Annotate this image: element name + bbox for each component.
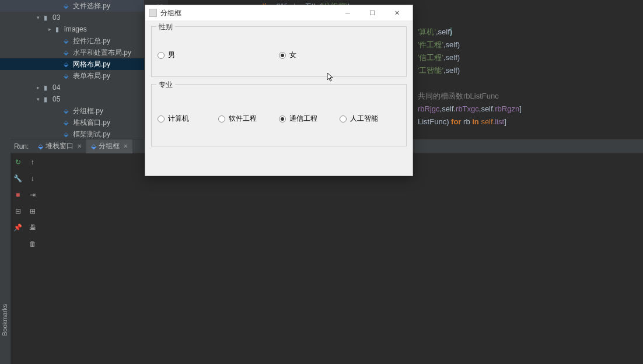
tree-item-label: 水平和处置布局.py [73,48,131,58]
tree-item-label: 05 [53,95,60,103]
groupbox-major-title: 专业 [156,80,175,90]
close-icon[interactable]: ✕ [123,143,128,149]
trash-icon[interactable]: 🗑 [27,239,38,249]
chevron-icon[interactable]: ▸ [47,26,53,32]
folder-icon: ▮ [41,13,50,22]
tree-item-label: 表单布局.py [73,71,110,81]
radio-label: 女 [289,50,296,60]
close-button[interactable]: ✕ [385,5,409,20]
radio-icon [340,116,347,123]
tree-item-label: 分组框.py [73,106,103,116]
run-tab[interactable]: ⬙分组框✕ [86,139,132,153]
python-file-icon: ⬙ [61,2,71,10]
python-file-icon: ⬙ [61,107,71,115]
up-icon[interactable]: ↑ [27,157,38,167]
tree-item[interactable]: ⬙分组框.py [0,105,144,117]
rerun-icon[interactable]: ↻ [13,157,23,167]
minimize-button[interactable]: ─ [336,5,360,20]
dialog-titlebar[interactable]: 分组框 ─ ☐ ✕ [145,5,413,20]
folder-icon: ▮ [53,25,62,33]
radio-option[interactable]: 女 [279,50,400,60]
radio-option[interactable]: 男 [158,50,279,60]
tree-item-label: 04 [53,83,60,92]
tree-item-label: 03 [53,13,60,22]
tree-item-label: 堆栈窗口.py [73,118,110,128]
python-file-icon: ⬙ [91,142,96,150]
close-icon[interactable]: ✕ [77,143,82,149]
qt-dialog: 分组框 ─ ☐ ✕ 性别 男女 专业 计算机软件工程通信工程人工智能 [145,5,413,176]
tree-item[interactable]: ▸▮04 [0,82,144,93]
tree-item[interactable]: ⬙网格布局.py [0,58,144,70]
tree-item[interactable]: ⬙表单布局.py [0,70,144,82]
run-label: Run: [14,142,29,150]
print-icon[interactable]: 🖶 [27,222,38,233]
radio-icon [158,116,165,123]
radio-label: 软件工程 [229,114,257,124]
chevron-icon[interactable]: ▾ [35,15,41,20]
tree-item[interactable]: ⬙堆栈窗口.py [0,117,144,128]
radio-label: 通信工程 [289,114,317,124]
tree-item[interactable]: ▸▮images [0,23,144,35]
tree-item-label: 文件选择.py [73,1,110,11]
chevron-icon[interactable]: ▾ [35,96,41,102]
maximize-button[interactable]: ☐ [360,5,385,20]
toggle-icon[interactable]: ⊞ [27,206,38,216]
radio-option[interactable]: 人工智能 [340,114,400,124]
layout-icon[interactable]: ⊟ [13,206,23,216]
run-tab-label: 分组框 [99,141,120,151]
down-icon[interactable]: ↓ [27,173,38,184]
run-tab-label: 堆栈窗口 [46,141,74,151]
python-file-icon: ⬙ [61,130,71,138]
radio-option[interactable]: 软件工程 [218,114,279,124]
radio-option[interactable]: 通信工程 [279,114,340,124]
tree-item[interactable]: ▾▮03 [0,12,144,23]
radio-icon [218,116,225,123]
python-file-icon: ⬙ [61,48,71,57]
tree-item[interactable]: ⬙框架测试.py [0,128,144,140]
folder-icon: ▮ [41,95,50,103]
radio-label: 计算机 [168,114,189,124]
tree-item[interactable]: ▾▮05 [0,93,144,105]
tree-item-label: 控件汇总.py [73,36,110,46]
run-body: ↻ 🔧 ■ ⊟ 📌 ↑ ↓ ⇥ ⊞ 🖶 🗑 [11,153,643,364]
stop-icon[interactable]: ■ [13,190,23,200]
python-file-icon: ⬙ [61,118,71,127]
tree-item-label: 框架测试.py [73,130,110,139]
radio-icon [279,116,286,123]
radio-icon [279,52,286,59]
radio-label: 男 [168,50,175,60]
folder-icon: ▮ [41,83,50,92]
radio-icon [158,52,165,59]
tree-item[interactable]: ⬙水平和处置布局.py [0,47,144,58]
export-icon[interactable]: ⇥ [27,190,38,200]
dialog-title: 分组框 [160,8,336,18]
pin-icon[interactable]: 📌 [13,222,23,233]
python-file-icon: ⬙ [61,60,71,68]
chevron-icon[interactable]: ▸ [35,85,41,90]
python-file-icon: ⬙ [61,37,71,45]
python-file-icon: ⬙ [38,142,43,150]
groupbox-major: 专业 计算机软件工程通信工程人工智能 [151,84,407,146]
groupbox-gender: 性别 男女 [151,26,407,77]
tree-item-label: 网格布局.py [73,60,110,69]
wrench-icon[interactable]: 🔧 [13,173,23,184]
bookmarks-tab[interactable]: Bookmarks [0,299,11,341]
radio-option[interactable]: 计算机 [158,114,218,124]
tree-item[interactable]: ⬙文件选择.py [0,0,144,12]
tree-item[interactable]: ⬙控件汇总.py [0,35,144,47]
radio-label: 人工智能 [350,114,378,124]
groupbox-gender-title: 性别 [156,22,175,32]
run-tab[interactable]: ⬙堆栈窗口✕ [33,139,86,153]
python-file-icon: ⬙ [61,72,71,80]
tree-item-label: images [64,25,87,33]
dialog-app-icon [149,9,157,17]
